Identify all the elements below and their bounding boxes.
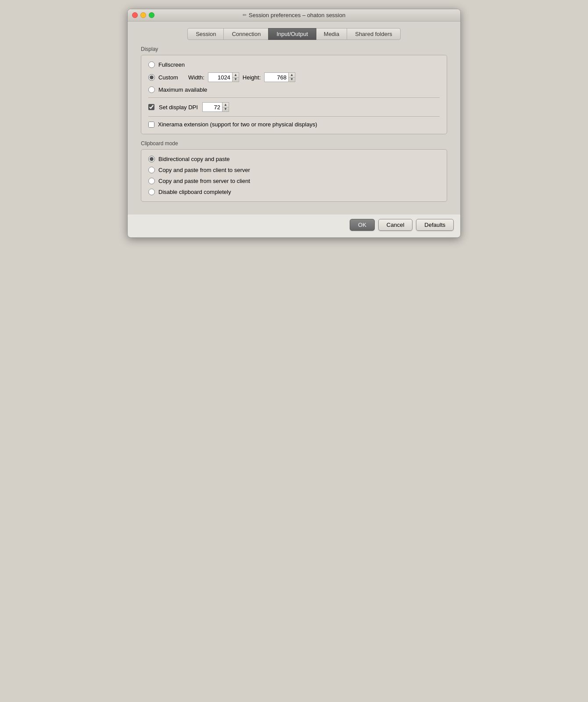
clipboard-client-server-radio[interactable] [148,167,155,173]
main-content: Display Fullscreen Custom Width: ▲ [134,46,454,202]
dpi-input[interactable] [202,102,222,112]
xinerama-label: Xinerama extension (support for two or m… [158,121,317,128]
xinerama-checkbox[interactable] [148,122,154,128]
width-input[interactable] [208,72,232,82]
height-stepper-down[interactable]: ▼ [289,78,295,82]
tab-shared-folders[interactable]: Shared folders [347,28,401,40]
display-panel: Fullscreen Custom Width: ▲ ▼ Height: [141,55,447,134]
tab-session[interactable]: Session [187,28,224,40]
titlebar-icon: ✏ [243,12,247,18]
maximum-row: Maximum available [148,86,440,93]
tab-media[interactable]: Media [316,28,348,40]
width-input-group: ▲ ▼ [208,72,239,82]
clipboard-client-server-label: Copy and paste from client to server [158,167,250,173]
tab-input-output[interactable]: Input/Output [268,28,316,40]
button-bar: OK Cancel Defaults [128,215,460,237]
custom-label: Custom [158,74,185,81]
clipboard-bidirectional-radio[interactable] [148,156,155,162]
cancel-button[interactable]: Cancel [378,219,412,231]
maximum-radio[interactable] [148,86,155,93]
height-stepper[interactable]: ▲ ▼ [288,72,295,82]
clipboard-client-server-row: Copy and paste from client to server [148,167,440,173]
clipboard-server-client-radio[interactable] [148,178,155,184]
dpi-checkbox[interactable] [148,104,154,110]
ok-button[interactable]: OK [350,219,375,231]
dpi-input-group: ▲ ▼ [202,102,229,112]
xinerama-row: Xinerama extension (support for two or m… [148,121,440,128]
tab-connection[interactable]: Connection [223,28,269,40]
dpi-row: Set display DPI ▲ ▼ [148,102,440,112]
dpi-stepper-up[interactable]: ▲ [222,103,229,107]
divider-1 [148,97,440,98]
height-label: Height: [243,74,261,81]
divider-2 [148,116,440,117]
height-input-group: ▲ ▼ [264,72,295,82]
width-stepper[interactable]: ▲ ▼ [232,72,239,82]
titlebar: ✏ Session preferences – ohaton session [128,9,460,21]
main-window: ✏ Session preferences – ohaton session S… [127,9,461,238]
clipboard-bidirectional-label: Bidirectional copy and paste [158,156,230,162]
custom-radio[interactable] [148,74,155,81]
defaults-button[interactable]: Defaults [416,219,454,231]
clipboard-disable-radio[interactable] [148,189,155,195]
minimize-button[interactable] [140,12,146,18]
clipboard-disable-label: Disable clipboard completely [158,189,231,195]
window-content: Session Connection Input/Output Media Sh… [128,21,460,215]
clipboard-bidirectional-row: Bidirectional copy and paste [148,156,440,162]
custom-row: Custom Width: ▲ ▼ Height: ▲ [148,72,440,82]
clipboard-disable-row: Disable clipboard completely [148,189,440,195]
traffic-lights [132,12,154,18]
maximize-button[interactable] [149,12,154,18]
dpi-stepper[interactable]: ▲ ▼ [222,102,229,112]
height-stepper-up[interactable]: ▲ [289,73,295,78]
fullscreen-radio[interactable] [148,61,155,68]
fullscreen-label: Fullscreen [158,61,185,68]
fullscreen-row: Fullscreen [148,61,440,68]
clipboard-server-client-label: Copy and paste from server to client [158,178,250,184]
width-stepper-up[interactable]: ▲ [233,73,239,78]
display-section-label: Display [141,46,447,52]
width-stepper-down[interactable]: ▼ [233,78,239,82]
clipboard-section-label: Clipboard mode [141,140,447,147]
close-button[interactable] [132,12,138,18]
clipboard-panel: Bidirectional copy and paste Copy and pa… [141,149,447,202]
dpi-stepper-down[interactable]: ▼ [222,107,229,112]
height-input[interactable] [264,72,288,82]
width-label: Width: [188,74,204,81]
maximum-label: Maximum available [158,86,207,93]
clipboard-server-client-row: Copy and paste from server to client [148,178,440,184]
tabs-bar: Session Connection Input/Output Media Sh… [134,28,454,40]
window-title: ✏ Session preferences – ohaton session [243,12,345,18]
dpi-label: Set display DPI [159,104,198,111]
